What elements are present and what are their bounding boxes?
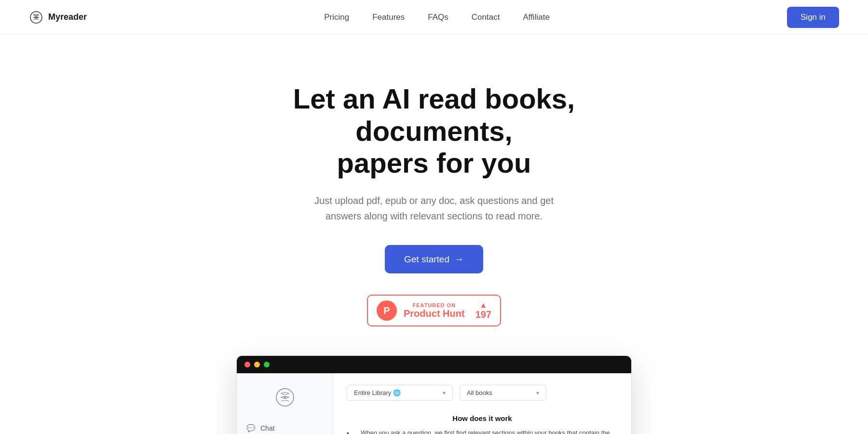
hero-title: Let an AI read books, documents, papers … xyxy=(265,83,603,179)
header: Myreader Pricing Features FAQs Contact A… xyxy=(0,0,868,35)
arrow-icon: → xyxy=(454,254,464,265)
nav-affiliate[interactable]: Affiliate xyxy=(523,13,549,22)
ph-text-block: FEATURED ON Product Hunt xyxy=(404,302,465,319)
product-hunt-badge[interactable]: P FEATURED ON Product Hunt ▲ 197 xyxy=(367,295,501,326)
ph-upvote-icon: ▲ xyxy=(479,301,487,309)
sign-in-button[interactable]: Sign in xyxy=(787,7,839,28)
app-how-it-works: How does it work • When you ask a questi… xyxy=(347,414,618,434)
hero-subtitle: Just upload pdf, epub or any doc, ask qu… xyxy=(304,193,564,224)
app-preview-wrapper: 💬 Chat 🕐 History ⬆ Upload 📖 xyxy=(236,355,632,434)
nav-faqs[interactable]: FAQs xyxy=(428,13,448,22)
bullet-icon-1: • xyxy=(347,430,349,434)
app-filters: Entire Library 🌐 ▾ All books ▾ xyxy=(347,385,618,401)
library-select-arrow: ▾ xyxy=(443,390,446,396)
books-select[interactable]: All books ▾ xyxy=(460,385,546,401)
ph-name: Product Hunt xyxy=(404,308,465,319)
logo-text: Myreader xyxy=(48,12,87,22)
nav-contact[interactable]: Contact xyxy=(472,13,500,22)
app-body: 💬 Chat 🕐 History ⬆ Upload 📖 xyxy=(237,373,631,434)
sidebar-nav: 💬 Chat 🕐 History ⬆ Upload 📖 xyxy=(237,420,333,434)
app-sidebar-logo xyxy=(274,387,296,408)
chat-icon: 💬 xyxy=(246,424,256,433)
how-title: How does it work xyxy=(347,414,618,422)
topbar-minimize-dot xyxy=(254,362,260,367)
get-started-button[interactable]: Get started → xyxy=(385,245,483,273)
ph-logo-circle: P xyxy=(377,300,397,321)
topbar-close-dot xyxy=(244,362,250,367)
nav-pricing[interactable]: Pricing xyxy=(324,13,349,22)
topbar-expand-dot xyxy=(264,362,270,367)
hero-section: Let an AI read books, documents, papers … xyxy=(0,35,868,434)
books-select-arrow: ▾ xyxy=(536,390,539,396)
ph-vote-count: 197 xyxy=(475,309,491,320)
logo-icon xyxy=(29,10,43,25)
main-nav: Pricing Features FAQs Contact Affiliate xyxy=(324,13,550,22)
sidebar-item-chat[interactable]: 💬 Chat xyxy=(237,420,333,434)
app-main-content: Entire Library 🌐 ▾ All books ▾ How does … xyxy=(333,373,631,434)
nav-features[interactable]: Features xyxy=(372,13,405,22)
logo[interactable]: Myreader xyxy=(29,10,87,25)
library-select[interactable]: Entire Library 🌐 ▾ xyxy=(347,385,453,401)
app-topbar xyxy=(237,356,631,373)
svg-point-0 xyxy=(36,16,37,18)
app-sidebar: 💬 Chat 🕐 History ⬆ Upload 📖 xyxy=(237,373,333,434)
sidebar-chat-label: Chat xyxy=(260,424,275,432)
app-preview: 💬 Chat 🕐 History ⬆ Upload 📖 xyxy=(236,355,632,434)
svg-point-1 xyxy=(284,396,286,398)
app-bullet-1: • When you ask a question, we first find… xyxy=(347,429,618,434)
ph-featured-label: FEATURED ON xyxy=(404,302,465,308)
ph-votes: ▲ 197 xyxy=(475,301,491,320)
